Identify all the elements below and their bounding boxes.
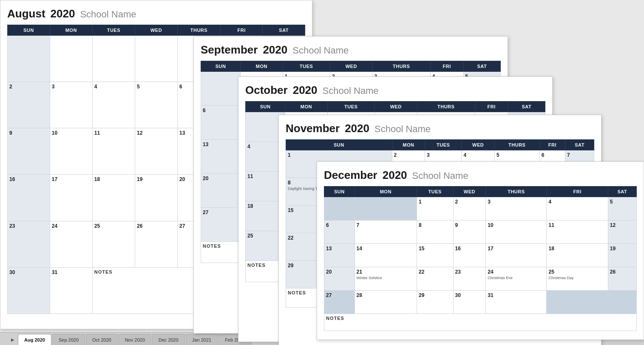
- nov-col-thu: THURS: [494, 140, 539, 150]
- table-row: 23: [453, 267, 486, 291]
- aug-col-sun: SUN: [8, 25, 50, 36]
- sep-col-sat: SAT: [463, 61, 500, 72]
- table-row: 31: [486, 291, 547, 314]
- dec-col-mon: MON: [355, 187, 417, 197]
- table-row: [324, 197, 355, 221]
- november-header: November 2020 School Name: [286, 122, 594, 135]
- table-row: 14: [355, 244, 417, 267]
- dec-col-tue: TUES: [417, 187, 453, 197]
- september-year: 2020: [263, 43, 287, 57]
- dec-col-sun: SUN: [324, 187, 355, 197]
- aug-col-thu: THURS: [177, 25, 220, 36]
- table-row: 13: [201, 140, 241, 174]
- table-row: [8, 36, 50, 82]
- calendar-december: December 2020 School Name SUN MON TUES W…: [317, 161, 644, 340]
- table-row: 29: [417, 291, 453, 314]
- table-row: 6: [324, 221, 355, 244]
- table-row: [547, 291, 608, 314]
- table-row: 12: [608, 221, 636, 244]
- table-row: 26: [135, 221, 178, 267]
- table-row: 2: [8, 82, 50, 128]
- table-row: 22: [417, 267, 453, 291]
- dec-col-thu: THURS: [486, 187, 547, 197]
- oct-col-fri: FRI: [475, 102, 508, 112]
- table-row: 24: [50, 221, 92, 267]
- table-row: 3: [50, 82, 92, 128]
- table-row: 30: [8, 267, 50, 314]
- nov-col-sun: SUN: [286, 140, 392, 150]
- tab-nov-2020[interactable]: Nov 2020: [119, 334, 151, 345]
- november-school: School Name: [374, 124, 431, 135]
- sep-col-wed: WED: [330, 61, 372, 72]
- table-row: 20: [324, 267, 355, 291]
- table-row: 9: [8, 128, 50, 175]
- table-row: 17: [50, 175, 92, 221]
- table-row: 30: [453, 291, 486, 314]
- sep-col-thu: THURS: [372, 61, 430, 72]
- table-row: 16: [8, 175, 50, 221]
- december-month: December: [324, 169, 377, 182]
- september-header: September 2020 School Name: [201, 43, 501, 57]
- table-row: 25Christmas Day: [547, 267, 608, 291]
- table-row: 4: [547, 197, 608, 221]
- table-row: 9: [453, 221, 486, 244]
- table-row: 12: [135, 128, 178, 175]
- nov-col-fri: FRI: [539, 140, 565, 150]
- table-row: 18: [547, 244, 608, 267]
- sep-col-mon: MON: [240, 61, 283, 72]
- tab-jan-2021[interactable]: Jan 2021: [186, 334, 218, 345]
- table-row: 27: [324, 291, 355, 314]
- december-notes: NOTES: [324, 314, 637, 331]
- october-year: 2020: [293, 84, 318, 97]
- september-school: School Name: [292, 45, 349, 56]
- nov-col-wed: WED: [462, 140, 494, 150]
- october-month: October: [245, 84, 288, 97]
- december-year: 2020: [383, 169, 407, 182]
- august-school: School Name: [80, 9, 136, 20]
- oct-col-thu: THURS: [417, 102, 475, 112]
- december-header: December 2020 School Name: [324, 169, 637, 182]
- table-row: 3: [486, 197, 547, 221]
- table-row: 8: [417, 221, 453, 244]
- october-header: October 2020 School Name: [245, 84, 545, 97]
- november-month: November: [286, 122, 340, 135]
- table-row: 19: [608, 244, 636, 267]
- oct-col-tue: TUES: [327, 102, 374, 112]
- sep-col-fri: FRI: [430, 61, 463, 72]
- table-row: 11: [92, 128, 135, 175]
- table-row: [355, 197, 417, 221]
- tab-dec-2020[interactable]: Dec 2020: [152, 334, 185, 345]
- aug-col-tue: TUES: [92, 25, 135, 36]
- august-year: 2020: [51, 7, 75, 20]
- table-row: 7: [355, 221, 417, 244]
- nov-col-mon: MON: [392, 140, 425, 150]
- table-row: [50, 36, 92, 82]
- aug-col-mon: MON: [50, 25, 92, 36]
- tab-prev-arrow[interactable]: ▶: [9, 334, 17, 345]
- october-school: School Name: [323, 85, 379, 96]
- table-row: 20: [201, 174, 241, 208]
- table-row: 11: [547, 221, 608, 244]
- tab-aug-2020[interactable]: Aug 2020: [18, 334, 51, 345]
- nov-col-tue: TUES: [425, 140, 462, 150]
- tab-oct-2020[interactable]: Oct 2020: [86, 334, 118, 345]
- table-row: 27: [201, 208, 241, 242]
- table-row: [201, 72, 241, 106]
- oct-col-sat: SAT: [508, 102, 545, 112]
- table-row: [608, 291, 636, 314]
- table-row: 2: [453, 197, 486, 221]
- tab-sep-2020[interactable]: Sep 2020: [52, 334, 85, 345]
- september-month: September: [201, 43, 258, 57]
- aug-col-wed: WED: [135, 25, 178, 36]
- table-row: 26: [608, 267, 636, 291]
- table-row: 31: [50, 267, 92, 314]
- table-row: 19: [135, 175, 178, 221]
- august-month: August: [7, 7, 45, 20]
- table-row: 16: [453, 244, 486, 267]
- table-row: [135, 36, 178, 82]
- table-row: [92, 36, 135, 82]
- table-row: 25: [92, 221, 135, 267]
- oct-col-sun: SUN: [246, 102, 285, 112]
- table-row: 5: [135, 82, 178, 128]
- table-row: 23: [8, 221, 50, 267]
